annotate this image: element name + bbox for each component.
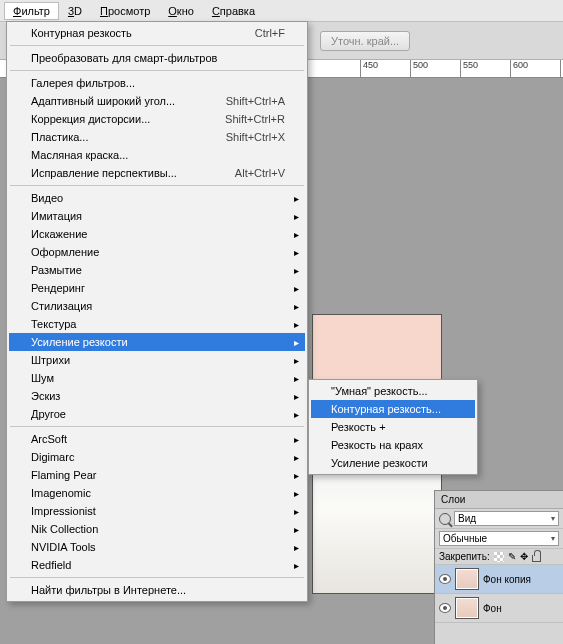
filter-menu: Контурная резкость Ctrl+F Преобразовать …: [6, 21, 308, 602]
menu-item-arcsoft[interactable]: ArcSoft: [9, 430, 305, 448]
blend-mode-select[interactable]: Обычные ▾: [439, 531, 559, 546]
menu-item-pixelate[interactable]: Оформление: [9, 243, 305, 261]
menu-separator: [10, 45, 304, 46]
layers-filter-row: Вид ▾: [435, 509, 563, 529]
submenu-item-smart-sharpen[interactable]: "Умная" резкость...: [311, 382, 475, 400]
menu-item-artistic[interactable]: Имитация: [9, 207, 305, 225]
menu-item-liquify[interactable]: Пластика...Shift+Ctrl+X: [9, 128, 305, 146]
menu-item-sharpen[interactable]: Усиление резкости: [9, 333, 305, 351]
submenu-item-sharpen-edges[interactable]: Резкость на краях: [311, 436, 475, 454]
brush-icon[interactable]: ✎: [508, 551, 516, 562]
menu-item-impressionist[interactable]: Impressionist: [9, 502, 305, 520]
menu-item-other[interactable]: Другое: [9, 405, 305, 423]
layers-panel: Слои Вид ▾ Обычные ▾ Закрепить: ✎ ✥ Фон …: [434, 490, 563, 644]
menu-item-distort[interactable]: Искажение: [9, 225, 305, 243]
ruler-tick: 600: [510, 60, 528, 78]
submenu-item-unsharp-mask[interactable]: Контурная резкость...: [311, 400, 475, 418]
blend-mode-row: Обычные ▾: [435, 529, 563, 549]
menu-item-browse-filters[interactable]: Найти фильтры в Интернете...: [9, 581, 305, 599]
menu-help[interactable]: Справка: [203, 2, 264, 20]
menu-item-lens-correction[interactable]: Коррекция дисторсии...Shift+Ctrl+R: [9, 110, 305, 128]
menu-separator: [10, 185, 304, 186]
menu-item-noise[interactable]: Шум: [9, 369, 305, 387]
menu-filter[interactable]: Фильтр: [4, 2, 59, 20]
visibility-icon[interactable]: [439, 574, 451, 584]
menu-item-convert-smart[interactable]: Преобразовать для смарт-фильтров: [9, 49, 305, 67]
menu-separator: [10, 577, 304, 578]
menu-item-imagenomic[interactable]: Imagenomic: [9, 484, 305, 502]
lock-label: Закрепить:: [439, 551, 490, 562]
submenu-item-sharpen[interactable]: Усиление резкости: [311, 454, 475, 472]
layer-filter-select[interactable]: Вид ▾: [454, 511, 559, 526]
visibility-icon[interactable]: [439, 603, 451, 613]
menu-item-digimarc[interactable]: Digimarc: [9, 448, 305, 466]
menu-separator: [10, 70, 304, 71]
menu-item-nik-collection[interactable]: Nik Collection: [9, 520, 305, 538]
layer-thumbnail: [455, 597, 479, 619]
menubar: Фильтр 3D Просмотр Окно Справка: [0, 0, 563, 22]
lock-all-icon[interactable]: [532, 555, 541, 562]
submenu-item-sharpen-more[interactable]: Резкость +: [311, 418, 475, 436]
menu-item-nvidia-tools[interactable]: NVIDIA Tools: [9, 538, 305, 556]
menu-item-filter-gallery[interactable]: Галерея фильтров...: [9, 74, 305, 92]
layer-row[interactable]: Фон: [435, 594, 563, 623]
ruler-tick: 450: [360, 60, 378, 78]
chevron-down-icon: ▾: [551, 514, 555, 523]
menu-item-adaptive-wide[interactable]: Адаптивный широкий угол...Shift+Ctrl+A: [9, 92, 305, 110]
menu-item-flaming-pear[interactable]: Flaming Pear: [9, 466, 305, 484]
lock-transparency-icon[interactable]: [494, 552, 504, 562]
layer-name: Фон: [483, 603, 502, 614]
menu-item-stylize[interactable]: Стилизация: [9, 297, 305, 315]
menu-item-redfield[interactable]: Redfield: [9, 556, 305, 574]
menu-item-brush-strokes[interactable]: Штрихи: [9, 351, 305, 369]
menu-item-last-filter[interactable]: Контурная резкость Ctrl+F: [9, 24, 305, 42]
menu-item-texture[interactable]: Текстура: [9, 315, 305, 333]
menu-item-oil-paint[interactable]: Масляная краска...: [9, 146, 305, 164]
lock-row: Закрепить: ✎ ✥: [435, 549, 563, 565]
refine-edge-button[interactable]: Уточн. край...: [320, 31, 410, 51]
layer-thumbnail: [455, 568, 479, 590]
ruler-tick: 550: [460, 60, 478, 78]
menu-item-blur[interactable]: Размытие: [9, 261, 305, 279]
layer-name: Фон копия: [483, 574, 531, 585]
ruler-tick: 500: [410, 60, 428, 78]
layers-tab[interactable]: Слои: [435, 491, 563, 509]
menu-item-render[interactable]: Рендеринг: [9, 279, 305, 297]
menu-window[interactable]: Окно: [159, 2, 203, 20]
menu-separator: [10, 426, 304, 427]
menu-3d[interactable]: 3D: [59, 2, 91, 20]
sharpen-submenu: "Умная" резкость... Контурная резкость..…: [308, 379, 478, 475]
menu-item-vanishing-point[interactable]: Исправление перспективы...Alt+Ctrl+V: [9, 164, 305, 182]
move-icon[interactable]: ✥: [520, 551, 528, 562]
menu-item-sketch[interactable]: Эскиз: [9, 387, 305, 405]
chevron-down-icon: ▾: [551, 534, 555, 543]
search-icon[interactable]: [439, 513, 451, 525]
menu-view[interactable]: Просмотр: [91, 2, 159, 20]
menu-item-video[interactable]: Видео: [9, 189, 305, 207]
layer-row[interactable]: Фон копия: [435, 565, 563, 594]
